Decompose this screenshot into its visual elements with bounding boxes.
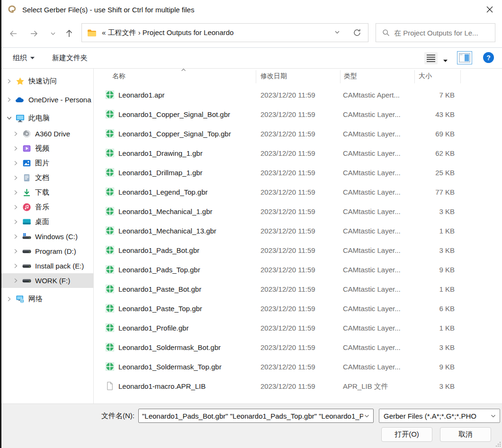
chevron-right-icon[interactable]: [12, 278, 20, 283]
drive-icon: [22, 276, 31, 286]
search-input[interactable]: [394, 29, 495, 37]
chevron-right-icon[interactable]: [12, 131, 20, 136]
chevron-right-icon[interactable]: [12, 234, 20, 239]
column-header-name[interactable]: 名称: [112, 72, 126, 81]
file-row[interactable]: Leonardo1_Pads_Top.gbr2023/12/20 11:59CA…: [94, 260, 502, 279]
close-icon: [486, 6, 493, 13]
search-icon: [382, 29, 390, 36]
forward-button[interactable]: [28, 28, 40, 39]
chevron-down-icon: [50, 31, 56, 36]
file-name: Leonardo1_Soldermask_Bot.gbr: [118, 338, 221, 357]
chevron-down-icon: [334, 29, 341, 36]
chevron-right-icon[interactable]: [12, 249, 20, 254]
column-divider[interactable]: [460, 70, 461, 83]
resize-grip[interactable]: [495, 441, 501, 447]
close-button[interactable]: [482, 2, 497, 17]
file-row[interactable]: Leonardo1_Profile.gbr2023/12/20 11:59CAM…: [94, 318, 502, 338]
search-box[interactable]: [376, 23, 495, 42]
file-date-modified: 2023/12/20 11:59: [260, 124, 315, 143]
gerber-file-icon: [106, 168, 114, 177]
column-divider[interactable]: [340, 70, 341, 83]
file-row[interactable]: Leonardo1_Mechanical_1.gbr2023/12/20 11:…: [94, 202, 502, 221]
help-button[interactable]: ?: [483, 52, 494, 63]
column-header-size[interactable]: 大小: [419, 72, 432, 81]
chevron-right-icon[interactable]: [5, 79, 13, 84]
view-options-button[interactable]: [443, 56, 448, 64]
file-row[interactable]: Leonardo1_Paste_Bot.gbr2023/12/20 11:59C…: [94, 279, 502, 299]
column-divider[interactable]: [414, 70, 415, 83]
file-row[interactable]: Leonardo1_Copper_Signal_Bot.gbr2023/12/2…: [94, 105, 502, 124]
change-view-button[interactable]: [424, 52, 438, 64]
pictures-icon: [22, 159, 31, 168]
sidebar-item-drive-d[interactable]: Program (D:): [0, 244, 93, 259]
sidebar-item-drive-f[interactable]: WORK (F:): [0, 273, 93, 288]
videos-icon: [22, 144, 31, 153]
gerber-file-icon: [106, 149, 114, 157]
refresh-icon: [353, 28, 361, 37]
chevron-right-icon[interactable]: [5, 97, 13, 102]
a360-icon: [22, 129, 31, 139]
filename-input[interactable]: [139, 412, 363, 420]
sidebar-item-label: 音乐: [35, 203, 49, 212]
chevron-right-icon[interactable]: [5, 296, 13, 302]
sidebar-item-pictures[interactable]: 图片: [0, 156, 93, 170]
sidebar-item-a360-drive[interactable]: A360 Drive: [0, 126, 93, 141]
new-folder-button[interactable]: 新建文件夹: [52, 48, 88, 68]
file-row[interactable]: Leonardo1-macro.APR_LIB2023/12/20 11:59A…: [94, 376, 502, 396]
file-type: CAMtastic Layer...: [343, 105, 401, 124]
sidebar-item-quick-access[interactable]: 快速访问: [0, 74, 93, 89]
gerber-file-icon: [106, 90, 114, 99]
sidebar-item-desktop[interactable]: 桌面: [0, 215, 93, 229]
refresh-button[interactable]: [353, 28, 361, 39]
address-bar[interactable]: « 工程文件 › Project Outputs for Leonardo: [81, 23, 368, 42]
preview-pane-button[interactable]: [457, 51, 472, 64]
chevron-right-icon[interactable]: [12, 219, 20, 224]
file-row[interactable]: Leonardo1_Legend_Top.gbr2023/12/20 11:59…: [94, 182, 502, 202]
back-button[interactable]: [8, 28, 19, 39]
file-row[interactable]: Leonardo1_Mechanical_13.gbr2023/12/20 11…: [94, 221, 502, 241]
breadcrumb[interactable]: « 工程文件 › Project Outputs for Leonardo: [102, 28, 368, 37]
chevron-right-icon[interactable]: [12, 190, 20, 195]
cancel-button[interactable]: 取消: [440, 427, 491, 442]
file-row[interactable]: Leonardo1_Pads_Bot.gbr2023/12/20 11:59CA…: [94, 241, 502, 260]
filename-combobox[interactable]: [138, 409, 374, 423]
chevron-right-icon[interactable]: [12, 263, 20, 269]
sidebar-item-documents[interactable]: 文档: [0, 170, 93, 185]
sidebar-item-downloads[interactable]: 下载: [0, 185, 93, 200]
column-header-date-modified[interactable]: 修改日期: [260, 72, 287, 81]
up-button[interactable]: [63, 28, 75, 39]
column-header-type[interactable]: 类型: [344, 72, 357, 81]
file-row[interactable]: Leonardo1_Copper_Signal_Top.gbr2023/12/2…: [94, 124, 502, 143]
sidebar-item-videos[interactable]: 视频: [0, 141, 93, 156]
file-row[interactable]: Leonardo1_Soldermask_Top.gbr2023/12/20 1…: [94, 357, 502, 376]
file-row[interactable]: Leonardo1.apr2023/12/20 11:59CAMtastic A…: [94, 85, 502, 105]
sidebar-item-drive-c[interactable]: Windows (C:): [0, 229, 93, 244]
filetype-dropdown[interactable]: Gerber Files (*.A*;*.G*;*.PHO: [379, 409, 500, 423]
organize-button[interactable]: 组织: [13, 48, 35, 68]
sidebar-item-onedrive[interactable]: OneDrive - Persona: [0, 92, 93, 107]
file-date-modified: 2023/12/20 11:59: [260, 143, 315, 163]
file-row[interactable]: Leonardo1_Paste_Top.gbr2023/12/20 11:59C…: [94, 299, 502, 318]
chevron-right-icon[interactable]: [12, 161, 20, 166]
file-type: CAMtastic Layer...: [343, 124, 401, 143]
gerber-file-icon: [106, 323, 114, 332]
sidebar-item-music[interactable]: 音乐: [0, 200, 93, 215]
chevron-right-icon[interactable]: [12, 205, 20, 210]
column-divider[interactable]: [256, 70, 256, 83]
sidebar-item-this-pc[interactable]: 此电脑: [0, 111, 93, 125]
chevron-down-icon[interactable]: [364, 413, 370, 419]
sidebar-item-drive-e[interactable]: Install pack (E:): [0, 259, 93, 273]
address-dropdown-button[interactable]: [334, 29, 341, 37]
gerber-file-icon: [106, 304, 114, 313]
recent-locations-button[interactable]: [47, 28, 59, 39]
chevron-right-icon[interactable]: [12, 175, 20, 180]
chevron-down-icon[interactable]: [5, 116, 13, 120]
chevron-right-icon[interactable]: [12, 146, 20, 151]
file-size: 1 KB: [439, 318, 455, 338]
open-button[interactable]: 打开(O): [381, 427, 432, 442]
file-row[interactable]: Leonardo1_Drillmap_1.gbr2023/12/20 11:59…: [94, 163, 502, 182]
filetype-value: Gerber Files (*.A*;*.G*;*.PHO: [384, 412, 476, 420]
file-row[interactable]: Leonardo1_Soldermask_Bot.gbr2023/12/20 1…: [94, 338, 502, 357]
sidebar-item-network[interactable]: 网络: [0, 292, 93, 306]
file-row[interactable]: Leonardo1_Drawing_1.gbr2023/12/20 11:59C…: [94, 143, 502, 163]
